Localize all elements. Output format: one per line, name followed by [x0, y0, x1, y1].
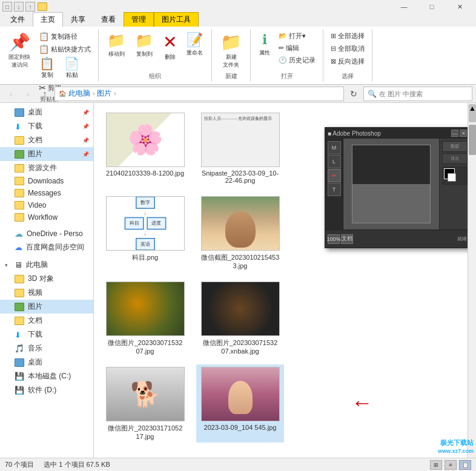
- list-item[interactable]: 2023-03-09_104 545.jpg: [196, 364, 284, 443]
- sidebar-item-pics2[interactable]: 图片: [0, 300, 93, 314]
- ps-close[interactable]: ✕: [460, 130, 467, 137]
- sidebar-item-baidu[interactable]: ☁ 百度网盘同步空间: [0, 240, 93, 254]
- sidebar-item-downloads[interactable]: ⬇ 下载 📌: [0, 119, 93, 133]
- sidebar-item-thispc[interactable]: ▾ 🖥 此电脑: [0, 258, 93, 272]
- back-button[interactable]: ‹: [4, 87, 18, 101]
- copy-to-button[interactable]: 📁 复制到: [131, 30, 157, 60]
- tb-icon-3[interactable]: ↑: [25, 2, 35, 12]
- sidebar-item-music[interactable]: 🎵 音乐: [0, 341, 93, 355]
- ps-tool-3[interactable]: ✏: [328, 169, 341, 182]
- copy-icon: 📋: [39, 58, 55, 70]
- sidebar-item-diskd[interactable]: 💾 软件 (D:): [0, 383, 93, 397]
- copy-button[interactable]: 📋 复制: [36, 56, 58, 81]
- ps-panel-1: 图层: [442, 141, 468, 152]
- search-input[interactable]: [379, 90, 468, 97]
- select-none-button[interactable]: ⊟ 全部取消: [328, 43, 367, 54]
- select-label: 选择: [342, 71, 354, 81]
- tab-view[interactable]: 查看: [93, 12, 124, 27]
- view-details-button[interactable]: 📋: [459, 460, 471, 470]
- tab-share[interactable]: 共享: [63, 12, 93, 27]
- tb-icon-2[interactable]: ↓: [14, 2, 24, 12]
- ps-tool-2[interactable]: L: [328, 155, 341, 168]
- pin-to-quickaccess-button[interactable]: 📌 固定到快速访问: [5, 30, 34, 71]
- sidebar-item-resources[interactable]: 资源文件: [0, 161, 93, 175]
- history-button[interactable]: 🕐 历史记录: [276, 54, 318, 66]
- pin-icon-docs: 📌: [82, 137, 88, 143]
- search-bar[interactable]: 🔍: [363, 87, 472, 101]
- watermark-line2: www.xz7.com: [438, 447, 474, 455]
- scrollbar-track[interactable]: ▲: [468, 103, 476, 458]
- tab-picture-tools[interactable]: 图片工具: [154, 12, 199, 27]
- folder-icon-nav: 🏠: [59, 90, 66, 97]
- edit-button[interactable]: ✏ 编辑: [276, 42, 318, 54]
- sidebar-item-messages[interactable]: Messages: [0, 187, 93, 199]
- sidebar-item-docs[interactable]: 文档 📌: [0, 133, 93, 147]
- move-to-button[interactable]: 📁 移动到: [104, 30, 129, 60]
- scrollbar-up[interactable]: ▲: [469, 104, 476, 122]
- sidebar-item-workflow[interactable]: Workflow: [0, 211, 93, 223]
- sidebar-label-music: 音乐: [28, 343, 42, 354]
- list-item[interactable]: 数字 ↓ 科目 进度 ↓ 英语 科目.png: [101, 194, 189, 272]
- list-item[interactable]: 投影人员 ———— 允许此设备的显示 Snipaste_2023-03-09_1…: [196, 110, 284, 186]
- list-item[interactable]: 🌸 210402103339-8-1200.jpg: [101, 110, 189, 186]
- new-label: 新建: [225, 71, 237, 81]
- ps-minimize[interactable]: —: [451, 130, 458, 137]
- onedrive-icon: ☁: [15, 229, 23, 239]
- addr-computer[interactable]: 此电脑: [68, 88, 90, 99]
- sidebar-item-downloads-folder[interactable]: Downloads: [0, 175, 93, 187]
- view-grid-button[interactable]: ⊞: [430, 460, 442, 470]
- sidebar-item-onedrive[interactable]: ☁ OneDrive - Perso: [0, 227, 93, 240]
- up-button[interactable]: ↑: [38, 87, 52, 101]
- sidebar-item-pictures[interactable]: 图片 📌: [0, 147, 93, 161]
- paste-shortcut-button[interactable]: 📋 粘贴快捷方式: [36, 43, 93, 55]
- sidebar-item-diskc[interactable]: 💾 本地磁盘 (C:): [0, 369, 93, 383]
- select-all-button[interactable]: ⊞ 全部选择: [328, 30, 367, 42]
- paste-label: 粘贴: [66, 71, 78, 79]
- sidebar-item-desktop2[interactable]: 桌面: [0, 355, 93, 369]
- close-button[interactable]: ✕: [446, 0, 474, 13]
- clipboard-content: 📌 固定到快速访问 📋 复制路径 📋 粘贴快捷方式 📋 复制: [5, 30, 93, 94]
- delete-button[interactable]: ✕ 删除: [159, 30, 180, 63]
- ps-tool-4[interactable]: T: [328, 183, 341, 196]
- file-name-2: Snipaste_2023-03-09_10-22-46.png: [201, 170, 280, 184]
- scrollbar-thumb[interactable]: [469, 125, 476, 155]
- tab-manage[interactable]: 管理: [124, 12, 154, 27]
- rename-button[interactable]: 📝 重命名: [183, 30, 207, 59]
- ps-bottom-2[interactable]: 文档: [341, 234, 353, 244]
- sidebar-item-desktop[interactable]: 桌面 📌: [0, 105, 93, 119]
- open-button[interactable]: 📂 打开▾: [276, 30, 318, 42]
- ps-bg-color[interactable]: [448, 173, 456, 182]
- forward-button[interactable]: ›: [21, 87, 35, 101]
- list-item[interactable]: 微信图片_202303071532 07.xnbak.jpg: [196, 279, 284, 357]
- list-item[interactable]: 🐕 微信图片_202303171052 17.jpg: [101, 364, 189, 443]
- list-item[interactable]: 微信截图_20230102154533.jpg: [196, 194, 284, 272]
- refresh-button[interactable]: ↻: [346, 87, 361, 101]
- sidebar-item-docs2[interactable]: 文档: [0, 314, 93, 328]
- sidebar-item-3d[interactable]: 3D 对象: [0, 272, 93, 286]
- sidebar-label-dl2: 下载: [28, 329, 42, 340]
- invert-selection-button[interactable]: ⊠ 反向选择: [328, 56, 367, 67]
- folder-title-icon: [38, 2, 47, 11]
- minimize-button[interactable]: —: [390, 0, 418, 13]
- ps-tool-1[interactable]: M: [328, 141, 341, 154]
- tab-home[interactable]: 主页: [33, 12, 63, 27]
- title-bar-left: □ ↓ ↑: [2, 2, 47, 12]
- list-item[interactable]: 微信图片_202303071532 07.jpg: [101, 279, 189, 357]
- tab-file[interactable]: 文件: [2, 12, 33, 27]
- ps-bottom-1[interactable]: 100%: [328, 234, 340, 244]
- ps-status: 就绪: [457, 236, 467, 242]
- paste-button[interactable]: 📄 粘贴: [61, 56, 82, 81]
- sidebar-label-desktop2: 桌面: [28, 357, 42, 367]
- copy-path-button[interactable]: 📋 复制路径: [36, 30, 93, 42]
- properties-button[interactable]: ℹ 属性: [256, 30, 274, 59]
- new-folder-button[interactable]: 📁 新建文件夹: [217, 30, 245, 71]
- view-list-button[interactable]: ≡: [445, 460, 457, 470]
- sidebar-item-dl2[interactable]: ⬇ 下载: [0, 328, 93, 341]
- sidebar-item-videos[interactable]: 视频: [0, 286, 93, 300]
- addr-pictures[interactable]: 图片: [97, 88, 111, 99]
- maximize-button[interactable]: □: [418, 0, 446, 13]
- sidebar-item-video[interactable]: Video: [0, 199, 93, 211]
- address-bar[interactable]: 🏠 此电脑 › 图片 ›: [55, 87, 344, 101]
- baidu-icon: ☁: [15, 243, 22, 252]
- tb-icon-1[interactable]: □: [2, 2, 12, 12]
